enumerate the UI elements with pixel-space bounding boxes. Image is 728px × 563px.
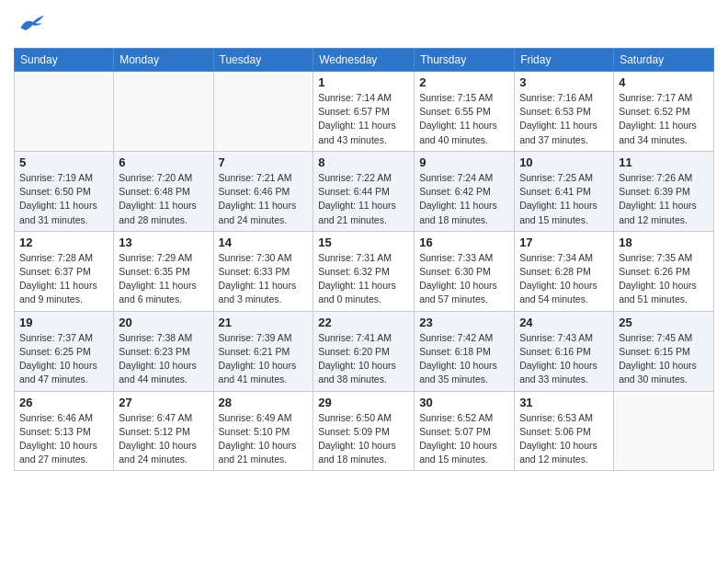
day-number: 22 (318, 316, 409, 329)
day-number: 11 (619, 155, 709, 169)
calendar-week-row: 5Sunrise: 7:19 AMSunset: 6:50 PMDaylight… (15, 151, 714, 231)
day-info: Sunrise: 7:19 AMSunset: 6:50 PMDaylight:… (19, 171, 108, 227)
day-number: 5 (19, 155, 108, 169)
day-info: Sunrise: 7:30 AMSunset: 6:33 PMDaylight:… (219, 251, 309, 307)
day-number: 24 (519, 316, 609, 329)
day-number: 4 (619, 75, 709, 89)
day-number: 30 (419, 396, 509, 409)
day-number: 10 (519, 155, 609, 169)
day-info: Sunrise: 6:50 AMSunset: 5:09 PMDaylight:… (318, 411, 409, 467)
day-info: Sunrise: 7:22 AMSunset: 6:44 PMDaylight:… (318, 171, 409, 227)
calendar-day-cell: 5Sunrise: 7:19 AMSunset: 6:50 PMDaylight… (15, 151, 114, 231)
day-number: 16 (419, 236, 509, 249)
calendar-day-cell: 20Sunrise: 7:38 AMSunset: 6:23 PMDayligh… (114, 311, 213, 391)
day-info: Sunrise: 7:21 AMSunset: 6:46 PMDaylight:… (219, 171, 309, 227)
day-number: 19 (19, 316, 108, 329)
day-info: Sunrise: 6:47 AMSunset: 5:12 PMDaylight:… (119, 411, 208, 467)
day-number: 20 (119, 316, 208, 329)
day-info: Sunrise: 6:52 AMSunset: 5:07 PMDaylight:… (419, 411, 509, 467)
weekday-header-sunday: Sunday (15, 49, 114, 72)
calendar-day-cell: 31Sunrise: 6:53 AMSunset: 5:06 PMDayligh… (515, 391, 614, 471)
day-info: Sunrise: 6:46 AMSunset: 5:13 PMDaylight:… (19, 411, 108, 467)
day-number: 9 (419, 155, 509, 169)
day-number: 13 (119, 236, 208, 249)
calendar-day-cell: 23Sunrise: 7:42 AMSunset: 6:18 PMDayligh… (415, 311, 515, 391)
calendar-day-cell: 13Sunrise: 7:29 AMSunset: 6:35 PMDayligh… (114, 231, 213, 311)
calendar-day-cell: 6Sunrise: 7:20 AMSunset: 6:48 PMDaylight… (114, 151, 213, 231)
day-info: Sunrise: 6:53 AMSunset: 5:06 PMDaylight:… (519, 411, 609, 467)
header (14, 9, 714, 40)
day-number: 15 (318, 236, 409, 249)
calendar-day-cell (114, 72, 213, 152)
weekday-header-thursday: Thursday (415, 49, 515, 72)
day-number: 18 (619, 236, 709, 249)
day-number: 12 (19, 236, 108, 249)
day-number: 31 (519, 396, 609, 409)
day-info: Sunrise: 7:28 AMSunset: 6:37 PMDaylight:… (19, 251, 108, 307)
calendar-day-cell: 22Sunrise: 7:41 AMSunset: 6:20 PMDayligh… (313, 311, 415, 391)
calendar-day-cell: 27Sunrise: 6:47 AMSunset: 5:12 PMDayligh… (114, 391, 213, 471)
calendar-week-row: 12Sunrise: 7:28 AMSunset: 6:37 PMDayligh… (15, 231, 714, 311)
day-number: 28 (219, 396, 309, 409)
day-number: 1 (318, 75, 409, 89)
calendar-week-row: 19Sunrise: 7:37 AMSunset: 6:25 PMDayligh… (15, 311, 714, 391)
day-number: 27 (119, 396, 208, 409)
weekday-header-wednesday: Wednesday (313, 49, 415, 72)
calendar-day-cell (614, 391, 714, 471)
calendar-day-cell: 17Sunrise: 7:34 AMSunset: 6:28 PMDayligh… (515, 231, 614, 311)
weekday-header-saturday: Saturday (614, 49, 714, 72)
calendar-day-cell: 19Sunrise: 7:37 AMSunset: 6:25 PMDayligh… (15, 311, 114, 391)
calendar-day-cell: 16Sunrise: 7:33 AMSunset: 6:30 PMDayligh… (415, 231, 515, 311)
day-info: Sunrise: 7:38 AMSunset: 6:23 PMDaylight:… (119, 331, 208, 387)
day-info: Sunrise: 7:45 AMSunset: 6:15 PMDaylight:… (619, 331, 709, 387)
day-number: 26 (19, 396, 108, 409)
calendar-day-cell (15, 72, 114, 152)
day-info: Sunrise: 7:35 AMSunset: 6:26 PMDaylight:… (619, 251, 709, 307)
day-info: Sunrise: 7:34 AMSunset: 6:28 PMDaylight:… (519, 251, 609, 307)
calendar-day-cell: 21Sunrise: 7:39 AMSunset: 6:21 PMDayligh… (213, 311, 313, 391)
logo (14, 9, 45, 40)
day-number: 2 (419, 75, 509, 89)
weekday-header-monday: Monday (114, 49, 213, 72)
day-number: 17 (519, 236, 609, 249)
weekday-header-tuesday: Tuesday (213, 49, 313, 72)
calendar-day-cell: 2Sunrise: 7:15 AMSunset: 6:55 PMDaylight… (415, 72, 515, 152)
day-info: Sunrise: 7:25 AMSunset: 6:41 PMDaylight:… (519, 171, 609, 227)
day-info: Sunrise: 7:42 AMSunset: 6:18 PMDaylight:… (419, 331, 509, 387)
day-info: Sunrise: 7:16 AMSunset: 6:53 PMDaylight:… (519, 91, 609, 147)
weekday-header-friday: Friday (515, 49, 614, 72)
day-number: 6 (119, 155, 208, 169)
calendar-day-cell: 15Sunrise: 7:31 AMSunset: 6:32 PMDayligh… (313, 231, 415, 311)
day-number: 23 (419, 316, 509, 329)
day-info: Sunrise: 7:39 AMSunset: 6:21 PMDaylight:… (219, 331, 309, 387)
calendar-day-cell: 14Sunrise: 7:30 AMSunset: 6:33 PMDayligh… (213, 231, 313, 311)
calendar-day-cell: 4Sunrise: 7:17 AMSunset: 6:52 PMDaylight… (614, 72, 714, 152)
page-container: SundayMondayTuesdayWednesdayThursdayFrid… (0, 0, 728, 480)
calendar-table: SundayMondayTuesdayWednesdayThursdayFrid… (14, 48, 714, 471)
calendar-day-cell: 30Sunrise: 6:52 AMSunset: 5:07 PMDayligh… (415, 391, 515, 471)
calendar-week-row: 1Sunrise: 7:14 AMSunset: 6:57 PMDaylight… (15, 72, 714, 152)
day-info: Sunrise: 7:15 AMSunset: 6:55 PMDaylight:… (419, 91, 509, 147)
calendar-day-cell: 8Sunrise: 7:22 AMSunset: 6:44 PMDaylight… (313, 151, 415, 231)
day-number: 25 (619, 316, 709, 329)
calendar-week-row: 26Sunrise: 6:46 AMSunset: 5:13 PMDayligh… (15, 391, 714, 471)
calendar-day-cell: 29Sunrise: 6:50 AMSunset: 5:09 PMDayligh… (313, 391, 415, 471)
calendar-day-cell: 25Sunrise: 7:45 AMSunset: 6:15 PMDayligh… (614, 311, 714, 391)
calendar-day-cell: 11Sunrise: 7:26 AMSunset: 6:39 PMDayligh… (614, 151, 714, 231)
calendar-day-cell: 18Sunrise: 7:35 AMSunset: 6:26 PMDayligh… (614, 231, 714, 311)
day-info: Sunrise: 7:14 AMSunset: 6:57 PMDaylight:… (318, 91, 409, 147)
day-number: 29 (318, 396, 409, 409)
day-info: Sunrise: 6:49 AMSunset: 5:10 PMDaylight:… (219, 411, 309, 467)
weekday-header-row: SundayMondayTuesdayWednesdayThursdayFrid… (15, 49, 714, 72)
day-number: 21 (219, 316, 309, 329)
calendar-day-cell: 9Sunrise: 7:24 AMSunset: 6:42 PMDaylight… (415, 151, 515, 231)
day-info: Sunrise: 7:31 AMSunset: 6:32 PMDaylight:… (318, 251, 409, 307)
calendar-day-cell: 1Sunrise: 7:14 AMSunset: 6:57 PMDaylight… (313, 72, 415, 152)
calendar-day-cell: 12Sunrise: 7:28 AMSunset: 6:37 PMDayligh… (15, 231, 114, 311)
day-number: 3 (519, 75, 609, 89)
calendar-day-cell: 10Sunrise: 7:25 AMSunset: 6:41 PMDayligh… (515, 151, 614, 231)
calendar-day-cell: 26Sunrise: 6:46 AMSunset: 5:13 PMDayligh… (15, 391, 114, 471)
logo-bird-icon (16, 9, 45, 37)
day-info: Sunrise: 7:26 AMSunset: 6:39 PMDaylight:… (619, 171, 709, 227)
day-info: Sunrise: 7:33 AMSunset: 6:30 PMDaylight:… (419, 251, 509, 307)
